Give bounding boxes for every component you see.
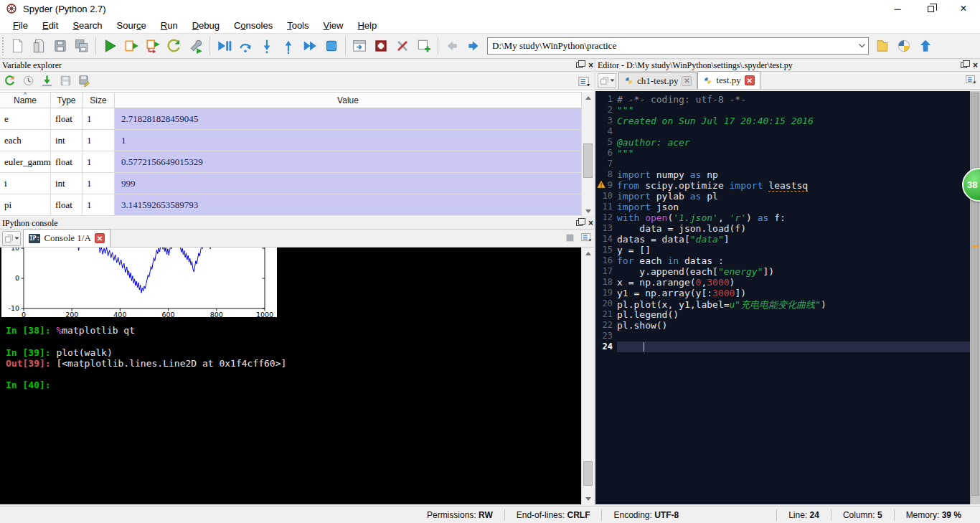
table-row-pi[interactable]: pifloat13.141592653589793: [0, 194, 581, 216]
cell-name[interactable]: euler_gamma: [0, 151, 51, 173]
menu-consoles[interactable]: Consoles: [227, 19, 280, 32]
minimize-button[interactable]: ─: [881, 0, 914, 17]
code-line-7[interactable]: 7: [595, 159, 970, 169]
code-line-12[interactable]: 12with open('1.json', 'r') as f:: [595, 212, 970, 223]
cell-size[interactable]: 1: [83, 130, 115, 151]
menu-help[interactable]: Help: [350, 19, 384, 32]
cell-type[interactable]: float: [51, 194, 83, 216]
cell-type[interactable]: int: [51, 130, 83, 151]
browse-tabs-button[interactable]: [598, 73, 616, 88]
cell-value[interactable]: 999: [115, 173, 581, 194]
options-icon[interactable]: [580, 232, 593, 243]
close-button[interactable]: ×: [947, 0, 980, 17]
step-over-button[interactable]: [235, 35, 256, 57]
scroll-down-icon[interactable]: [582, 493, 594, 504]
close-tab-icon[interactable]: ✕: [745, 75, 755, 85]
code-line-6[interactable]: 6""": [595, 148, 970, 159]
editor-scrollbar[interactable]: [970, 91, 980, 504]
options-icon[interactable]: [575, 73, 593, 90]
table-row-each[interactable]: eachint11: [0, 130, 581, 151]
close-pane-icon[interactable]: ×: [973, 61, 978, 70]
save-data-button[interactable]: [56, 72, 75, 90]
restore-button[interactable]: [914, 0, 947, 17]
rerun-button[interactable]: [164, 35, 185, 57]
menu-edit[interactable]: Edit: [35, 19, 65, 32]
continue-button[interactable]: [299, 35, 321, 57]
float-pane-icon[interactable]: [961, 62, 967, 68]
go-up-directory-button[interactable]: [915, 35, 936, 57]
browse-directory-button[interactable]: [872, 35, 893, 57]
code-editor[interactable]: 1# -*- coding: utf-8 -*-2"""3Created on …: [595, 91, 980, 504]
cell-name[interactable]: pi: [0, 194, 51, 216]
table-row-i[interactable]: iint1999: [0, 173, 581, 194]
fullscreen-button[interactable]: [370, 35, 392, 57]
cell-type[interactable]: float: [51, 151, 83, 173]
options-icon[interactable]: [965, 75, 977, 85]
import-data-button[interactable]: [37, 72, 56, 90]
code-line-20[interactable]: 20pl.plot(x, y1,label=u"充电电能变化曲线"): [595, 298, 970, 309]
cell-type[interactable]: int: [51, 173, 83, 194]
new-file-button[interactable]: [6, 35, 28, 57]
close-pane-icon[interactable]: ×: [588, 61, 593, 70]
scrollbar-thumb[interactable]: [583, 143, 593, 178]
browse-tabs-button[interactable]: [2, 231, 21, 246]
tab-console-1a[interactable]: IP: Console 1/A ✕: [23, 229, 110, 247]
nav-back-button[interactable]: [441, 35, 463, 57]
column-header-value[interactable]: Value: [115, 93, 581, 108]
working-directory-input[interactable]: [488, 40, 855, 52]
cell-size[interactable]: 1: [83, 151, 115, 173]
code-line-1[interactable]: 1# -*- coding: utf-8 -*-: [595, 94, 970, 105]
code-line-16[interactable]: 16for each in datas :: [595, 255, 970, 266]
float-pane-icon[interactable]: [576, 220, 583, 226]
menu-file[interactable]: File: [6, 19, 35, 32]
code-line-2[interactable]: 2""": [595, 105, 970, 116]
code-line-24[interactable]: 24: [595, 341, 970, 352]
cell-value[interactable]: 1: [115, 130, 581, 151]
nav-forward-button[interactable]: [463, 35, 484, 57]
tab-test-py[interactable]: test.py ✕: [697, 71, 760, 89]
step-into-button[interactable]: [256, 35, 278, 57]
menu-search[interactable]: Search: [65, 19, 109, 32]
scrollbar-thumb[interactable]: [971, 93, 979, 496]
code-line-22[interactable]: 22pl.show(): [595, 320, 970, 331]
table-row-euler_gamma[interactable]: euler_gammafloat10.5772156649015329: [0, 151, 581, 173]
console-viewport[interactable]: 02004006008001000100-10 In [38]: %matplo…: [0, 248, 581, 504]
scroll-up-icon[interactable]: [582, 248, 594, 259]
cell-name[interactable]: e: [0, 108, 51, 130]
code-line-9[interactable]: 9from scipy.optimize import leastsq: [595, 180, 970, 191]
run-cell-button[interactable]: [121, 35, 142, 57]
cell-size[interactable]: 1: [83, 194, 115, 216]
step-return-button[interactable]: [278, 35, 299, 57]
scroll-down-icon[interactable]: [582, 205, 594, 217]
tab-ch1-test-py[interactable]: ch1-test.py ✕: [618, 72, 697, 89]
pythonpath-manager-button[interactable]: [413, 35, 435, 57]
column-header-size[interactable]: Size: [83, 93, 115, 108]
code-line-23[interactable]: 23: [595, 331, 970, 341]
run-configuration-button[interactable]: [185, 35, 207, 57]
code-line-8[interactable]: 8import numpy as np: [595, 169, 970, 180]
code-line-10[interactable]: 10import pylab as pl: [595, 191, 970, 202]
cell-value[interactable]: 3.141592653589793: [115, 194, 581, 216]
menu-view[interactable]: View: [316, 19, 351, 32]
chevron-down-icon[interactable]: [855, 43, 868, 49]
cell-name[interactable]: each: [0, 130, 51, 151]
code-line-17[interactable]: 17 y.append(each["energy"]): [595, 266, 970, 277]
code-line-18[interactable]: 18x = np.arange(0,3000): [595, 277, 970, 288]
cell-name[interactable]: i: [0, 173, 51, 194]
menu-source[interactable]: Source: [110, 19, 154, 32]
cell-size[interactable]: 1: [83, 108, 115, 130]
menu-tools[interactable]: Tools: [280, 19, 316, 32]
set-console-directory-button[interactable]: [893, 35, 915, 57]
close-tab-icon[interactable]: ✕: [95, 233, 105, 243]
open-file-button[interactable]: [28, 35, 50, 57]
code-line-5[interactable]: 5@author: acer: [595, 137, 970, 148]
debug-button[interactable]: [213, 35, 235, 57]
run-cell-advance-button[interactable]: [142, 35, 164, 57]
tools-button[interactable]: [392, 35, 413, 57]
code-line-15[interactable]: 15y = []: [595, 245, 970, 255]
run-button[interactable]: [99, 35, 121, 57]
variable-table-scrollbar[interactable]: [581, 92, 594, 217]
refresh-periodically-button[interactable]: [19, 72, 37, 90]
code-line-21[interactable]: 21pl.legend(): [595, 309, 970, 320]
close-pane-icon[interactable]: ×: [588, 219, 593, 227]
